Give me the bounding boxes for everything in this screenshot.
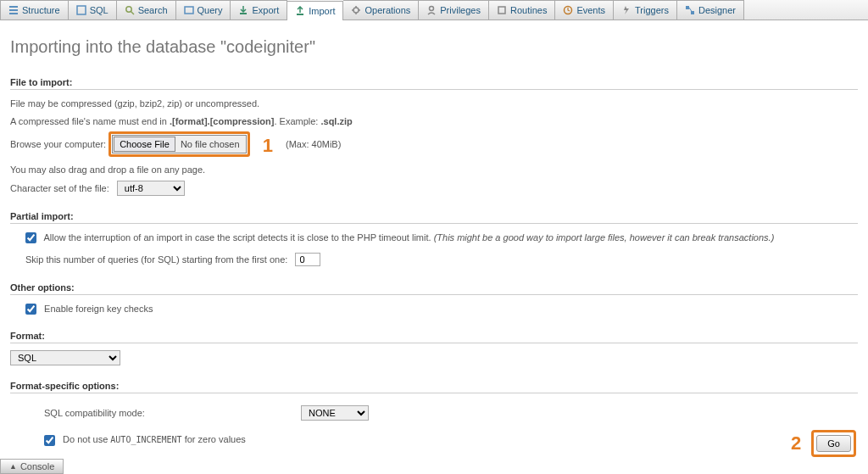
tab-label: Designer [698,5,736,15]
svg-rect-7 [240,13,247,14]
section-partial-import: Partial import: [10,211,858,221]
tab-label: SQL [90,5,108,15]
foreign-key-checkbox[interactable] [25,304,36,315]
tab-label: Search [138,5,168,15]
allow-interrupt-label: Allow the interruption of an import in c… [43,232,774,243]
go-button[interactable]: Go [816,435,851,452]
tab-export[interactable]: Export [231,0,287,20]
svg-rect-2 [9,13,18,14]
tab-import[interactable]: Import [287,1,343,20]
svg-rect-0 [9,6,18,8]
compat-mode-select[interactable]: NONE [301,405,369,421]
format-select[interactable]: SQL [10,350,120,365]
operations-icon [351,5,361,15]
privileges-icon [426,5,437,15]
query-icon [184,5,194,15]
tab-privileges[interactable]: Privileges [419,0,489,20]
skip-queries-label: Skip this number of queries (for SQL) st… [25,254,287,265]
tab-label: Events [576,5,605,15]
tab-events[interactable]: Events [555,0,614,20]
annotation-highlight-1: Choose File No file chosen [108,131,249,157]
tab-label: Operations [364,5,410,15]
compress-hint: File may be compressed (gzip, bzip2, zip… [10,97,858,111]
search-icon [125,5,135,15]
annotation-2: 2 [791,432,801,454]
events-icon [563,5,573,15]
svg-rect-13 [686,6,689,9]
tab-query[interactable]: Query [176,0,231,20]
charset-label: Character set of the file: [10,183,109,193]
tab-structure[interactable]: Structure [0,0,69,20]
tab-label: Triggers [635,5,669,15]
section-other-options: Other options: [10,282,858,293]
annotation-1: 1 [263,131,273,159]
foreign-key-label: Enable foreign key checks [44,304,153,314]
svg-line-5 [131,12,134,15]
tab-routines[interactable]: Routines [489,0,555,20]
compat-mode-label: SQL compatibility mode: [44,406,298,421]
svg-point-4 [125,7,131,12]
section-file-to-import: File to import: [10,77,858,87]
import-icon [295,6,305,16]
tab-operations[interactable]: Operations [343,0,419,20]
sql-icon [76,5,86,15]
top-tabs: Structure SQL Search Query Export Import [0,0,868,20]
tab-label: Structure [22,5,60,15]
charset-select[interactable]: utf-8 [117,181,185,196]
tab-triggers[interactable]: Triggers [614,0,677,20]
page-title: Importing into the database "codeigniter… [10,37,858,57]
triggers-icon [621,5,632,15]
tab-label: Import [309,6,335,16]
console-label: Console [20,461,54,471]
autoincrement-label: Do not use AUTO_INCREMENT for zero value… [63,434,246,444]
tab-label: Routines [510,5,547,15]
compress-format-hint: A compressed file's name must end in .[f… [10,114,858,129]
allow-interrupt-checkbox[interactable] [25,232,36,243]
tab-label: Privileges [440,5,481,15]
annotation-highlight-2: Go [811,430,856,457]
section-format-specific: Format-specific options: [10,381,858,391]
tab-sql[interactable]: SQL [69,0,117,20]
svg-rect-11 [498,7,505,14]
section-format: Format: [10,331,858,341]
svg-rect-8 [297,14,303,15]
svg-point-9 [353,8,359,13]
file-input[interactable]: Choose File No file chosen [112,135,246,153]
svg-rect-6 [185,7,193,14]
no-file-chosen-text: No file chosen [175,137,245,152]
chevron-up-icon: ▲ [9,462,17,471]
choose-file-button[interactable]: Choose File [114,137,175,152]
svg-point-10 [430,7,434,11]
svg-rect-1 [9,9,18,11]
browse-label: Browse your computer: [10,139,106,149]
export-icon [238,5,248,15]
tab-label: Export [252,5,279,15]
designer-icon [685,5,695,15]
autoincrement-checkbox[interactable] [44,435,55,446]
skip-queries-input[interactable] [295,253,320,266]
structure-icon [8,5,19,15]
routines-icon [497,5,507,15]
max-size-text: (Max: 40MiB) [286,139,341,149]
console-toggle[interactable]: ▲ Console [0,459,64,474]
svg-rect-3 [77,6,86,14]
tab-label: Query [198,5,223,15]
tab-search[interactable]: Search [117,0,176,20]
tab-designer[interactable]: Designer [677,0,744,20]
drag-drop-hint: You may also drag and drop a file on any… [10,163,858,177]
